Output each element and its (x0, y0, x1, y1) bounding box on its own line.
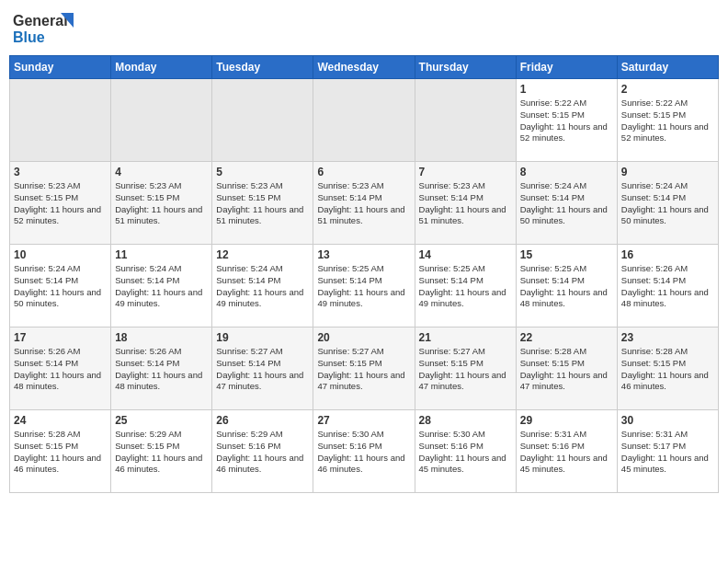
day-info: Sunrise: 5:28 AMSunset: 5:15 PMDaylight:… (621, 346, 714, 393)
calendar-cell: 16Sunrise: 5:26 AMSunset: 5:14 PMDayligh… (617, 245, 718, 327)
calendar-cell: 23Sunrise: 5:28 AMSunset: 5:15 PMDayligh… (617, 327, 718, 410)
day-info: Sunrise: 5:23 AMSunset: 5:14 PMDaylight:… (317, 180, 410, 227)
day-number: 15 (520, 248, 613, 261)
calendar-cell: 7Sunrise: 5:23 AMSunset: 5:14 PMDaylight… (415, 162, 516, 245)
day-info: Sunrise: 5:25 AMSunset: 5:14 PMDaylight:… (419, 263, 512, 310)
day-info: Sunrise: 5:28 AMSunset: 5:15 PMDaylight:… (520, 346, 613, 393)
day-number: 12 (216, 248, 309, 261)
day-info: Sunrise: 5:26 AMSunset: 5:14 PMDaylight:… (14, 346, 107, 393)
day-info: Sunrise: 5:27 AMSunset: 5:15 PMDaylight:… (317, 346, 410, 393)
svg-text:General: General (13, 13, 68, 29)
day-info: Sunrise: 5:22 AMSunset: 5:15 PMDaylight:… (520, 98, 613, 144)
logo: GeneralBlue (13, 9, 79, 48)
calendar-week-3: 10Sunrise: 5:24 AMSunset: 5:14 PMDayligh… (10, 245, 719, 327)
calendar-cell: 14Sunrise: 5:25 AMSunset: 5:14 PMDayligh… (415, 245, 516, 327)
day-info: Sunrise: 5:29 AMSunset: 5:15 PMDaylight:… (115, 429, 208, 476)
weekday-header-friday: Friday (516, 56, 617, 79)
day-number: 17 (14, 331, 107, 344)
calendar-cell (313, 79, 415, 162)
day-info: Sunrise: 5:26 AMSunset: 5:14 PMDaylight:… (621, 263, 714, 310)
day-info: Sunrise: 5:28 AMSunset: 5:15 PMDaylight:… (14, 429, 107, 476)
calendar-cell: 3Sunrise: 5:23 AMSunset: 5:15 PMDaylight… (10, 162, 111, 245)
calendar-cell: 18Sunrise: 5:26 AMSunset: 5:14 PMDayligh… (111, 327, 212, 410)
day-number: 27 (317, 414, 410, 427)
weekday-header-thursday: Thursday (415, 56, 516, 79)
day-info: Sunrise: 5:22 AMSunset: 5:15 PMDaylight:… (621, 98, 714, 144)
day-number: 28 (419, 414, 512, 427)
day-info: Sunrise: 5:24 AMSunset: 5:14 PMDaylight:… (216, 263, 309, 310)
calendar-cell (415, 79, 516, 162)
day-info: Sunrise: 5:23 AMSunset: 5:15 PMDaylight:… (14, 180, 107, 227)
day-number: 21 (419, 331, 512, 344)
day-info: Sunrise: 5:25 AMSunset: 5:14 PMDaylight:… (520, 263, 613, 310)
day-info: Sunrise: 5:26 AMSunset: 5:14 PMDaylight:… (115, 346, 208, 393)
weekday-header-sunday: Sunday (10, 56, 111, 79)
day-number: 23 (621, 331, 714, 344)
day-info: Sunrise: 5:31 AMSunset: 5:17 PMDaylight:… (621, 429, 714, 476)
calendar-cell: 24Sunrise: 5:28 AMSunset: 5:15 PMDayligh… (10, 410, 111, 493)
day-number: 25 (115, 414, 208, 427)
day-number: 18 (115, 331, 208, 344)
day-number: 1 (520, 83, 613, 96)
calendar-cell: 29Sunrise: 5:31 AMSunset: 5:16 PMDayligh… (516, 410, 617, 493)
calendar-cell: 15Sunrise: 5:25 AMSunset: 5:14 PMDayligh… (516, 245, 617, 327)
day-info: Sunrise: 5:23 AMSunset: 5:14 PMDaylight:… (419, 180, 512, 227)
weekday-header-wednesday: Wednesday (313, 56, 415, 79)
day-number: 4 (115, 166, 208, 178)
day-number: 20 (317, 331, 410, 344)
day-info: Sunrise: 5:24 AMSunset: 5:14 PMDaylight:… (14, 263, 107, 310)
day-info: Sunrise: 5:27 AMSunset: 5:15 PMDaylight:… (419, 346, 512, 393)
day-number: 14 (419, 248, 512, 261)
calendar-cell (111, 79, 212, 162)
day-info: Sunrise: 5:25 AMSunset: 5:14 PMDaylight:… (317, 263, 410, 310)
calendar-cell: 12Sunrise: 5:24 AMSunset: 5:14 PMDayligh… (212, 245, 313, 327)
calendar-cell: 13Sunrise: 5:25 AMSunset: 5:14 PMDayligh… (313, 245, 415, 327)
calendar-week-4: 17Sunrise: 5:26 AMSunset: 5:14 PMDayligh… (10, 327, 719, 410)
day-number: 2 (621, 83, 714, 96)
day-info: Sunrise: 5:24 AMSunset: 5:14 PMDaylight:… (520, 180, 613, 227)
calendar-cell: 21Sunrise: 5:27 AMSunset: 5:15 PMDayligh… (415, 327, 516, 410)
day-info: Sunrise: 5:30 AMSunset: 5:16 PMDaylight:… (419, 429, 512, 476)
logo-svg: GeneralBlue (13, 9, 79, 48)
day-number: 6 (317, 166, 410, 178)
day-number: 24 (14, 414, 107, 427)
calendar-cell: 10Sunrise: 5:24 AMSunset: 5:14 PMDayligh… (10, 245, 111, 327)
calendar-week-5: 24Sunrise: 5:28 AMSunset: 5:15 PMDayligh… (10, 410, 719, 493)
calendar-cell: 8Sunrise: 5:24 AMSunset: 5:14 PMDaylight… (516, 162, 617, 245)
calendar-cell: 4Sunrise: 5:23 AMSunset: 5:15 PMDaylight… (111, 162, 212, 245)
calendar-table: SundayMondayTuesdayWednesdayThursdayFrid… (9, 55, 719, 493)
page-header: GeneralBlue (9, 9, 719, 48)
calendar-cell: 6Sunrise: 5:23 AMSunset: 5:14 PMDaylight… (313, 162, 415, 245)
calendar-cell: 30Sunrise: 5:31 AMSunset: 5:17 PMDayligh… (617, 410, 718, 493)
day-number: 11 (115, 248, 208, 261)
calendar-cell (212, 79, 313, 162)
day-number: 22 (520, 331, 613, 344)
day-info: Sunrise: 5:29 AMSunset: 5:16 PMDaylight:… (216, 429, 309, 476)
calendar-cell: 1Sunrise: 5:22 AMSunset: 5:15 PMDaylight… (516, 79, 617, 162)
day-number: 29 (520, 414, 613, 427)
day-number: 26 (216, 414, 309, 427)
day-number: 3 (14, 166, 107, 178)
calendar-cell (10, 79, 111, 162)
day-info: Sunrise: 5:23 AMSunset: 5:15 PMDaylight:… (216, 180, 309, 227)
weekday-header-saturday: Saturday (617, 56, 718, 79)
day-info: Sunrise: 5:24 AMSunset: 5:14 PMDaylight:… (621, 180, 714, 227)
calendar-cell: 5Sunrise: 5:23 AMSunset: 5:15 PMDaylight… (212, 162, 313, 245)
calendar-cell: 25Sunrise: 5:29 AMSunset: 5:15 PMDayligh… (111, 410, 212, 493)
calendar-cell: 28Sunrise: 5:30 AMSunset: 5:16 PMDayligh… (415, 410, 516, 493)
calendar-week-2: 3Sunrise: 5:23 AMSunset: 5:15 PMDaylight… (10, 162, 719, 245)
weekday-header-tuesday: Tuesday (212, 56, 313, 79)
day-info: Sunrise: 5:23 AMSunset: 5:15 PMDaylight:… (115, 180, 208, 227)
day-info: Sunrise: 5:24 AMSunset: 5:14 PMDaylight:… (115, 263, 208, 310)
calendar-cell: 20Sunrise: 5:27 AMSunset: 5:15 PMDayligh… (313, 327, 415, 410)
calendar-cell: 9Sunrise: 5:24 AMSunset: 5:14 PMDaylight… (617, 162, 718, 245)
day-number: 9 (621, 166, 714, 178)
weekday-header-monday: Monday (111, 56, 212, 79)
calendar-cell: 11Sunrise: 5:24 AMSunset: 5:14 PMDayligh… (111, 245, 212, 327)
calendar-cell: 19Sunrise: 5:27 AMSunset: 5:14 PMDayligh… (212, 327, 313, 410)
day-info: Sunrise: 5:27 AMSunset: 5:14 PMDaylight:… (216, 346, 309, 393)
calendar-cell: 17Sunrise: 5:26 AMSunset: 5:14 PMDayligh… (10, 327, 111, 410)
calendar-week-1: 1Sunrise: 5:22 AMSunset: 5:15 PMDaylight… (10, 79, 719, 162)
day-number: 13 (317, 248, 410, 261)
svg-text:Blue: Blue (13, 29, 45, 45)
